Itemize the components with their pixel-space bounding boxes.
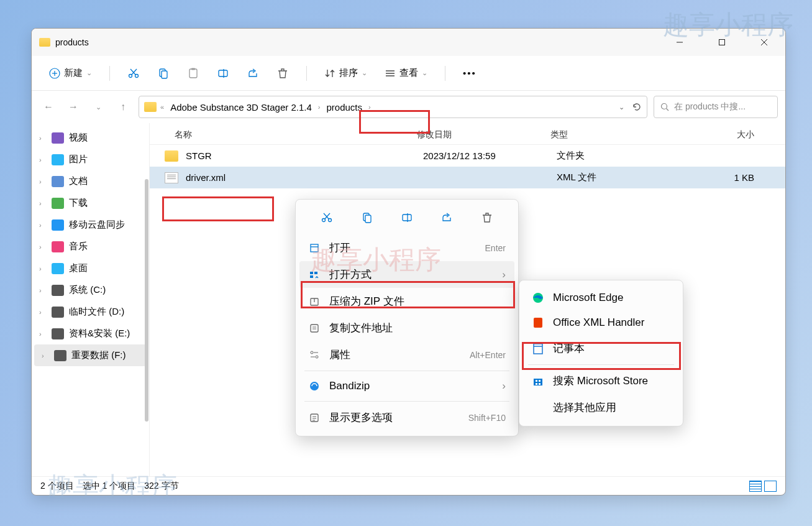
svg-point-44 — [310, 382, 319, 390]
ctx-bandizip[interactable]: Bandizip › — [299, 374, 514, 399]
chevron-icon: › — [39, 134, 47, 142]
svg-rect-28 — [403, 215, 411, 221]
sort-button[interactable]: 排序⌄ — [318, 63, 373, 83]
new-button[interactable]: 新建 ⌄ — [43, 63, 98, 83]
refresh-icon[interactable] — [632, 102, 642, 112]
sidebar-item[interactable]: ›资料&安装 (E:) — [32, 323, 149, 344]
copy-path-icon — [308, 322, 321, 335]
breadcrumb[interactable]: « Adobe Substance 3D Stager 2.1.4 › prod… — [139, 96, 647, 118]
ctx-show-more[interactable]: 显示更多选项 Shift+F10 — [299, 404, 514, 431]
svg-rect-32 — [310, 272, 313, 274]
drive-icon — [52, 263, 64, 274]
ellipsis-icon: ••• — [463, 68, 477, 78]
drive-icon — [54, 350, 66, 361]
drive-icon — [52, 154, 64, 165]
details-view-button[interactable] — [749, 481, 762, 492]
submenu-choose-other[interactable]: 选择其他应用 — [523, 394, 679, 421]
more-button[interactable]: ••• — [457, 64, 483, 82]
drive-icon — [52, 241, 64, 252]
chevron-icon: › — [39, 221, 47, 229]
ctx-share-button[interactable] — [436, 207, 457, 228]
svg-rect-15 — [219, 70, 227, 76]
sort-icon — [324, 68, 335, 79]
submenu-edge[interactable]: Microsoft Edge — [523, 285, 679, 310]
ctx-compress-zip[interactable]: 压缩为 ZIP 文件 — [299, 288, 514, 315]
edge-icon — [532, 292, 544, 304]
chevron-icon: › — [39, 308, 47, 316]
svg-point-23 — [329, 219, 332, 222]
recent-button[interactable]: ⌄ — [89, 98, 107, 116]
share-button[interactable] — [240, 63, 265, 83]
svg-point-22 — [322, 219, 326, 222]
toolbar: 新建 ⌄ 排序⌄ 查看⌄ ••• — [32, 56, 785, 91]
paste-button[interactable] — [181, 63, 206, 83]
sidebar-item[interactable]: ›下载 — [32, 192, 149, 214]
chevron-icon: › — [39, 156, 47, 164]
sidebar-item[interactable]: ›重要数据 (F:) — [34, 344, 147, 366]
table-row[interactable]: STGR2023/12/12 13:59文件夹 — [150, 145, 785, 167]
file-icon — [165, 172, 178, 183]
cut-button[interactable] — [121, 63, 146, 83]
scissors-icon — [127, 67, 140, 80]
breadcrumb-current[interactable]: products — [324, 101, 365, 114]
sidebar-item[interactable]: ›视频 — [32, 127, 149, 149]
drive-icon — [52, 307, 64, 318]
drive-icon — [52, 176, 64, 187]
column-headers[interactable]: 名称 修改日期 类型 大小 — [150, 123, 785, 145]
sidebar-item[interactable]: ›文档 — [32, 170, 149, 192]
sidebar-item[interactable]: ›图片 — [32, 149, 149, 170]
breadcrumb-parent[interactable]: Adobe Substance 3D Stager 2.1.4 — [168, 101, 314, 114]
forward-button[interactable]: → — [64, 98, 83, 116]
ctx-open[interactable]: 打开 Enter — [299, 234, 514, 261]
svg-rect-34 — [314, 272, 317, 274]
sidebar-item[interactable]: ›桌面 — [32, 257, 149, 279]
ctx-open-with[interactable]: 打开方式 › — [299, 261, 514, 288]
rename-icon — [217, 67, 229, 80]
share-icon — [247, 67, 259, 80]
chevron-icon: › — [39, 178, 47, 185]
open-with-submenu: Microsoft Edge Office XML Handler 记事本 搜索… — [519, 280, 683, 427]
rename-button[interactable] — [211, 63, 235, 83]
thumbnails-view-button[interactable] — [764, 481, 777, 492]
sidebar-item[interactable]: ›移动云盘同步 — [32, 214, 149, 236]
watermark: 趣享小程序 — [663, 7, 793, 42]
trash-icon — [276, 67, 289, 80]
submenu-search-store[interactable]: 搜索 Microsoft Store — [523, 367, 679, 394]
table-row[interactable]: driver.xmlXML 文件1 KB — [150, 167, 785, 188]
submenu-notepad[interactable]: 记事本 — [523, 335, 679, 362]
delete-button[interactable] — [270, 63, 295, 83]
ctx-cut-button[interactable] — [316, 207, 337, 228]
submenu-office-xml[interactable]: Office XML Handler — [523, 310, 679, 335]
copy-button[interactable] — [151, 63, 176, 83]
sidebar-item[interactable]: ›临时文件 (D:) — [32, 301, 149, 323]
chevron-right-icon: › — [502, 380, 506, 392]
sidebar-item[interactable]: ›音乐 — [32, 236, 149, 257]
copy-icon — [157, 67, 170, 80]
chevron-icon: › — [39, 243, 47, 251]
ctx-rename-button[interactable] — [396, 207, 417, 228]
bandizip-icon — [308, 380, 321, 392]
back-button[interactable]: ← — [39, 98, 58, 116]
svg-point-20 — [662, 104, 667, 109]
watermark: 趣享小程序 — [47, 469, 177, 504]
view-button[interactable]: 查看⌄ — [378, 63, 434, 83]
navbar: ← → ⌄ ↑ « Adobe Substance 3D Stager 2.1.… — [32, 91, 785, 123]
up-button[interactable]: ↑ — [114, 98, 132, 116]
notepad-icon — [532, 343, 544, 355]
office-icon — [532, 316, 544, 329]
chevron-right-icon: › — [502, 269, 506, 281]
svg-rect-54 — [536, 380, 537, 382]
sidebar-item[interactable]: ›系统 (C:) — [32, 279, 149, 301]
svg-rect-53 — [534, 379, 542, 385]
chevron-icon: › — [39, 330, 47, 338]
ctx-properties[interactable]: 属性 Alt+Enter — [299, 341, 514, 368]
sidebar-scrollbar[interactable] — [145, 179, 148, 422]
svg-rect-13 — [189, 69, 197, 78]
ctx-delete-button[interactable] — [477, 207, 498, 228]
search-input[interactable]: 在 products 中搜... — [654, 96, 778, 118]
chevron-icon: › — [42, 352, 49, 359]
breadcrumb-dropdown[interactable]: ⌄ — [619, 103, 624, 111]
ctx-copy-button[interactable] — [357, 207, 378, 228]
svg-point-40 — [311, 351, 313, 354]
ctx-copy-path[interactable]: 复制文件地址 — [299, 315, 514, 341]
